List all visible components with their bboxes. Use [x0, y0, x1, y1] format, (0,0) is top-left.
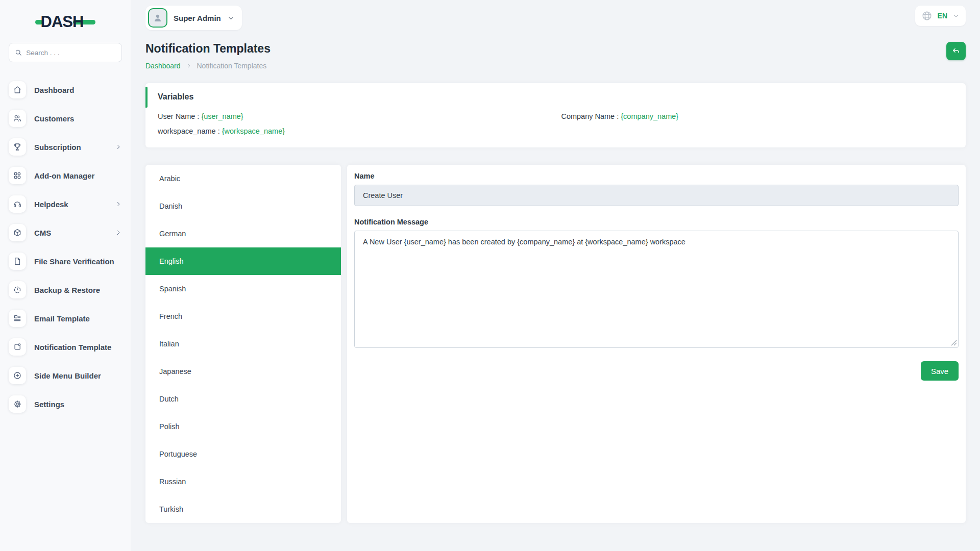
sidebar-search[interactable]: [9, 43, 122, 62]
variables-title: Variables: [158, 92, 953, 102]
variable-row: workspace_name : {workspace_name}: [158, 127, 561, 135]
notification-icon: [13, 342, 22, 352]
sidebar-item-settings[interactable]: Settings: [9, 390, 122, 418]
breadcrumb: Dashboard Notification Templates: [145, 62, 271, 70]
language-item[interactable]: Turkish: [145, 495, 341, 523]
search-icon: [15, 48, 22, 57]
language-code: EN: [938, 12, 947, 20]
avatar: [148, 8, 167, 28]
sidebar-item-subscription[interactable]: Subscription: [9, 133, 122, 161]
restore-icon: [13, 285, 22, 294]
page-title: Notification Templates: [145, 42, 271, 56]
sidebar-item-notification-template[interactable]: Notification Template: [9, 333, 122, 361]
page-header: Notification Templates Dashboard Notific…: [145, 42, 966, 70]
layout-icon: [13, 314, 22, 323]
sidebar-item-addon-manager[interactable]: Add-on Manager: [9, 161, 122, 190]
variable-row: Company Name : {company_name}: [561, 112, 953, 120]
save-button[interactable]: Save: [921, 361, 959, 381]
brand-logo: DASH: [32, 12, 99, 32]
headset-icon: [13, 199, 22, 209]
name-label: Name: [354, 172, 959, 180]
sidebar: DASH Dashboard Customers Subscription Ad…: [0, 0, 131, 551]
back-arrow-icon: [951, 46, 961, 56]
language-item[interactable]: Polish: [145, 413, 341, 440]
users-icon: [13, 114, 22, 123]
user-menu-label: Super Admin: [174, 14, 221, 22]
search-input[interactable]: [26, 49, 116, 57]
language-selector[interactable]: EN: [915, 6, 966, 26]
card-accent-bar: [145, 87, 148, 108]
sidebar-nav: Dashboard Customers Subscription Add-on …: [9, 76, 122, 418]
sidebar-item-backup-restore[interactable]: Backup & Restore: [9, 276, 122, 304]
language-item[interactable]: Italian: [145, 330, 341, 358]
message-label: Notification Message: [354, 218, 959, 226]
plus-circle-icon: [13, 371, 22, 380]
chevron-right-icon: [115, 143, 122, 151]
language-item[interactable]: Japanese: [145, 358, 341, 385]
gear-icon: [13, 399, 22, 409]
template-editor: Arabic Danish German English Spanish Fre…: [145, 165, 966, 523]
language-item[interactable]: Arabic: [145, 165, 341, 192]
logo-text: DASH: [41, 13, 84, 31]
trophy-icon: [13, 142, 22, 152]
language-item[interactable]: Dutch: [145, 385, 341, 413]
language-item[interactable]: French: [145, 303, 341, 330]
user-menu[interactable]: Super Admin: [145, 6, 242, 30]
sidebar-item-helpdesk[interactable]: Helpdesk: [9, 190, 122, 218]
message-textarea[interactable]: A New User {user_name} has been created …: [354, 231, 959, 348]
breadcrumb-current: Notification Templates: [197, 62, 267, 70]
chevron-right-icon: [186, 63, 192, 69]
globe-icon: [921, 10, 933, 21]
sidebar-item-customers[interactable]: Customers: [9, 104, 122, 133]
chevron-down-icon: [952, 12, 960, 19]
topbar: Super Admin EN: [145, 0, 966, 36]
file-icon: [13, 257, 22, 266]
chevron-right-icon: [115, 201, 122, 208]
language-item[interactable]: Danish: [145, 192, 341, 220]
grid-icon: [13, 171, 22, 180]
variable-token: {company_name}: [621, 112, 678, 120]
chevron-right-icon: [115, 229, 122, 236]
language-item[interactable]: Russian: [145, 468, 341, 495]
variable-row: User Name : {user_name}: [158, 112, 561, 120]
main-content: Super Admin EN Notification Templates Da…: [131, 0, 980, 551]
name-input[interactable]: [354, 185, 959, 206]
template-form: Name Notification Message A New User {us…: [347, 165, 966, 523]
sidebar-item-side-menu-builder[interactable]: Side Menu Builder: [9, 361, 122, 390]
package-icon: [13, 228, 22, 237]
back-button[interactable]: [946, 42, 966, 60]
language-list: Arabic Danish German English Spanish Fre…: [145, 165, 341, 523]
breadcrumb-dashboard[interactable]: Dashboard: [145, 62, 181, 70]
variables-card: Variables User Name : {user_name} Compan…: [145, 83, 966, 147]
sidebar-item-dashboard[interactable]: Dashboard: [9, 76, 122, 104]
variables-grid: User Name : {user_name} Company Name : {…: [158, 112, 953, 135]
sidebar-item-file-share-verification[interactable]: File Share Verification: [9, 247, 122, 276]
sidebar-item-email-template[interactable]: Email Template: [9, 304, 122, 333]
home-icon: [13, 85, 22, 94]
language-item[interactable]: German: [145, 220, 341, 247]
sidebar-item-cms[interactable]: CMS: [9, 218, 122, 247]
language-item[interactable]: Portuguese: [145, 440, 341, 468]
language-item[interactable]: English: [145, 247, 341, 275]
chevron-down-icon: [227, 14, 235, 22]
language-item[interactable]: Spanish: [145, 275, 341, 303]
variable-token: {workspace_name}: [222, 127, 285, 135]
variable-token: {user_name}: [201, 112, 243, 120]
